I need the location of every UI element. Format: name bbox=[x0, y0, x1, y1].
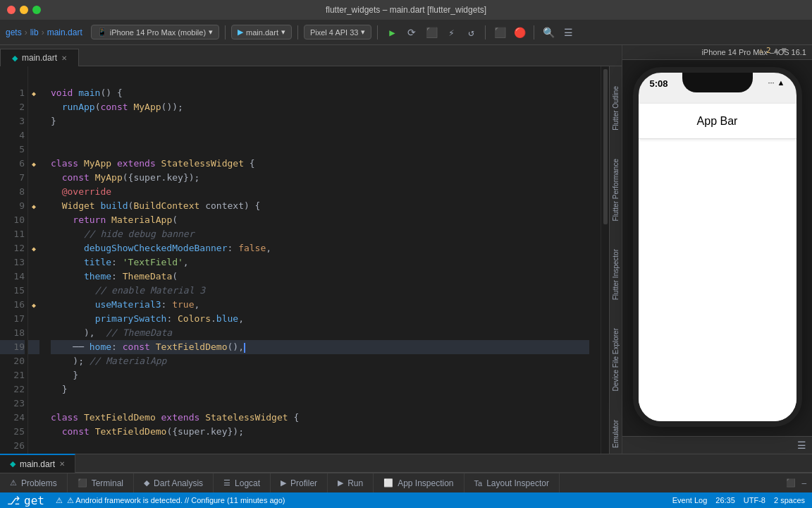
problems-label: Problems bbox=[21, 478, 57, 488]
code-line-17: primarySwatch: Colors.blue, bbox=[51, 312, 589, 326]
tab-label: main.dart bbox=[22, 53, 57, 63]
collapse-icon[interactable]: — bbox=[801, 478, 806, 488]
code-line-8: @override bbox=[51, 185, 589, 199]
dart-file-icon: ◆ bbox=[12, 54, 18, 63]
title-bar: flutter_widgets – main.dart [flutter_wid… bbox=[0, 0, 812, 20]
breadcrumb-part2[interactable]: lib bbox=[30, 28, 39, 37]
breadcrumb-part1[interactable]: gets bbox=[6, 28, 22, 37]
code-line-13: title: 'TextField', bbox=[51, 255, 589, 270]
bottom-tab-close-icon[interactable]: ✕ bbox=[59, 460, 65, 468]
right-panel: iPhone 14 Pro Max – iOS 16.1 5:08 ··· ▲ … bbox=[622, 45, 812, 454]
attach-button[interactable]: 🔴 bbox=[511, 24, 528, 41]
hamburger-icon[interactable]: ☰ bbox=[797, 440, 806, 451]
code-line-18: ), // ThemeData bbox=[51, 326, 589, 340]
close-button[interactable] bbox=[7, 6, 16, 14]
code-editor[interactable]: 1 2 3 4 5 6 7 8 9 10 11 12 13 14 15 16 1… bbox=[0, 66, 622, 454]
flutter-icon: ▶ bbox=[238, 28, 243, 37]
flutter-outline-tab[interactable]: Flutter Outline bbox=[612, 83, 620, 133]
menu-button[interactable]: ☰ bbox=[560, 24, 577, 41]
status-left: ⎇ get bbox=[7, 494, 44, 507]
dart-file-icon-2: ◆ bbox=[10, 459, 16, 468]
scroll-thumb[interactable] bbox=[603, 69, 608, 224]
run-icon: ▶ bbox=[338, 478, 343, 488]
search-button[interactable]: 🔍 bbox=[540, 24, 557, 41]
window-title: flutter_widgets – main.dart [flutter_wid… bbox=[326, 5, 486, 15]
run-button[interactable]: ▶ bbox=[383, 24, 400, 41]
bottom-tab-problems[interactable]: ⚠ Problems bbox=[0, 473, 68, 493]
tab-close-icon[interactable]: ✕ bbox=[61, 54, 67, 62]
toolbar-separator-3 bbox=[377, 25, 378, 40]
device-file-explorer-tab[interactable]: Device File Explorer bbox=[612, 325, 620, 394]
event-log[interactable]: Event Log bbox=[672, 496, 708, 504]
app-inspection-label: App Inspection bbox=[398, 478, 453, 488]
hot-restart-button[interactable]: ↺ bbox=[462, 24, 479, 41]
git-icon: ⎇ bbox=[7, 494, 20, 507]
run-target-label: main.dart bbox=[246, 28, 278, 37]
code-line-22: } bbox=[51, 382, 589, 397]
pixel-device-selector[interactable]: Pixel 4 API 33 ▾ bbox=[304, 25, 372, 40]
code-line-5 bbox=[51, 143, 589, 157]
hot-reload-button[interactable]: ⚡ bbox=[443, 24, 460, 41]
panel-bottom-controls: ☰ bbox=[622, 436, 812, 454]
maximize-button[interactable] bbox=[32, 6, 41, 14]
code-line-25: const TextFieldDemo({super.key}); bbox=[51, 425, 589, 439]
flutter-performance-tab[interactable]: Flutter Performance bbox=[612, 156, 620, 224]
editor-scrollbar[interactable] bbox=[601, 66, 609, 454]
toolbar-separator-4 bbox=[485, 25, 486, 40]
phone-icon: 📱 bbox=[97, 28, 107, 37]
minimize-button[interactable] bbox=[20, 6, 28, 14]
bottom-tab-layout-inspector[interactable]: Ta Layout Inspector bbox=[465, 473, 560, 493]
phone-frame: 5:08 ··· ▲ App Bar bbox=[629, 60, 806, 436]
editor-area: ◆ main.dart ✕ 1 2 3 4 5 6 7 8 9 10 11 bbox=[0, 45, 622, 454]
breadcrumb-part3[interactable]: main.dart bbox=[47, 28, 82, 37]
emulator-tab[interactable]: Emulator bbox=[612, 417, 620, 451]
tab-main-dart[interactable]: ◆ main.dart ✕ bbox=[0, 49, 79, 66]
phone-appbar: App Bar bbox=[639, 104, 796, 139]
phone-status-icons: ··· ▲ bbox=[768, 78, 785, 87]
expand-icon[interactable]: ⬛ bbox=[786, 478, 796, 488]
toolbar: gets › lib › main.dart 📱 iPhone 14 Pro M… bbox=[0, 20, 812, 45]
bottom-panel: ◆ main.dart ✕ ⚠ Problems ⬛ Terminal ◆ Da… bbox=[0, 454, 812, 508]
stop-button[interactable]: ⟳ bbox=[403, 24, 420, 41]
warning-status-icon: ⚠ bbox=[56, 496, 63, 505]
bottom-file-tab: ◆ main.dart ✕ bbox=[0, 454, 812, 473]
bottom-file-label: main.dart bbox=[20, 459, 55, 469]
editor-tabs: ◆ main.dart ✕ bbox=[0, 45, 622, 66]
run-target-selector[interactable]: ▶ main.dart ▾ bbox=[231, 25, 292, 40]
position-indicator: 26:35 bbox=[715, 496, 735, 504]
code-line-24: class TextFieldDemo extends StatelessWid… bbox=[51, 411, 589, 425]
bottom-tabs-bar: ⚠ Problems ⬛ Terminal ◆ Dart Analysis ☰ … bbox=[0, 473, 812, 492]
layout-inspector-label: Layout Inspector bbox=[486, 478, 549, 488]
bottom-tab-app-inspection[interactable]: ⬜ App Inspection bbox=[374, 473, 464, 493]
code-line-1: void main() { bbox=[51, 86, 589, 100]
code-content[interactable]: void main() { runApp(const MyApp()); } c… bbox=[39, 66, 601, 454]
profiler-icon: ▶ bbox=[281, 478, 286, 488]
code-line-19: ── home: const TextFieldDemo(), bbox=[51, 340, 589, 354]
run-label: Run bbox=[347, 478, 363, 488]
bottom-tab-logcat[interactable]: ☰ Logcat bbox=[214, 473, 271, 493]
code-line-7: const MyApp({super.key}); bbox=[51, 171, 589, 185]
toolbar-separator-2 bbox=[297, 25, 298, 40]
status-bar: ⎇ get ⚠ ⚠ Android framework is detected.… bbox=[0, 492, 812, 508]
encoding-indicator: UTF-8 bbox=[744, 496, 765, 504]
ellipsis-icon: ··· bbox=[768, 78, 774, 87]
code-line-14: theme: ThemeData( bbox=[51, 270, 589, 284]
code-line-3: } bbox=[51, 114, 589, 128]
flutter-inspector-tab[interactable]: Flutter Inspector bbox=[612, 246, 620, 303]
device-selector[interactable]: 📱 iPhone 14 Pro Max (mobile) ▾ bbox=[91, 25, 219, 40]
bottom-right-controls: ⬛ — bbox=[780, 478, 812, 488]
chevron-down-icon-2: ▾ bbox=[281, 28, 285, 37]
chevron-down-icon-3: ▾ bbox=[361, 28, 365, 37]
line-ending-indicator: 2 spaces bbox=[774, 496, 805, 504]
bottom-tab-terminal[interactable]: ⬛ Terminal bbox=[68, 473, 134, 493]
bottom-tab-profiler[interactable]: ▶ Profiler bbox=[271, 473, 328, 493]
layout-inspector-icon: Ta bbox=[474, 479, 483, 488]
phone-outer: 5:08 ··· ▲ App Bar bbox=[633, 67, 802, 427]
bottom-tab-run[interactable]: ▶ Run bbox=[328, 473, 374, 493]
phone-time: 5:08 bbox=[650, 78, 668, 89]
dart-analysis-icon: ◆ bbox=[144, 478, 149, 488]
stop-run-button[interactable]: ⬛ bbox=[491, 24, 508, 41]
bottom-file-tab-item[interactable]: ◆ main.dart ✕ bbox=[0, 454, 75, 473]
bottom-tab-dart-analysis[interactable]: ◆ Dart Analysis bbox=[134, 473, 214, 493]
debug-button[interactable]: ⬛ bbox=[423, 24, 440, 41]
